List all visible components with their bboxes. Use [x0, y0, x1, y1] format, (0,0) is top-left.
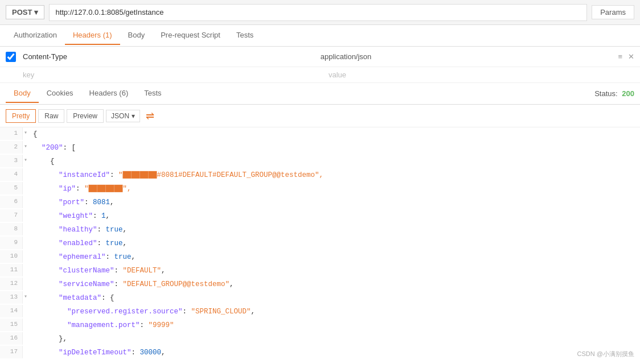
json-line: 6 "port": 8081, — [0, 196, 640, 209]
json-line: 9 "enabled": true, — [0, 237, 640, 250]
format-chevron-icon: ▾ — [132, 112, 135, 120]
json-line: 8 "healthy": true, — [0, 223, 640, 237]
line-number: 15 — [0, 318, 23, 331]
tab-prerequest[interactable]: Pre-request Script — [153, 26, 228, 45]
line-arrow[interactable]: ▾ — [23, 127, 31, 139]
format-select[interactable]: JSON ▾ — [106, 110, 140, 122]
line-content: "200": [ — [31, 141, 78, 155]
resp-tab-headers[interactable]: Headers (6) — [81, 84, 137, 103]
json-body: 1▾{2▾ "200": [3▾ {4 "instanceId": "█████… — [0, 127, 640, 359]
json-line: 7 "weight": 1, — [0, 209, 640, 223]
tab-tests[interactable]: Tests — [228, 26, 261, 45]
json-line: 3▾ { — [0, 155, 640, 168]
line-number: 6 — [0, 196, 23, 208]
wrap-icon[interactable]: ⇌ — [146, 110, 154, 122]
pretty-button[interactable]: Pretty — [6, 109, 36, 123]
json-line: 4 "instanceId": "████████#8081#DEFAULT#D… — [0, 168, 640, 182]
resp-tabs-left: Body Cookies Headers (6) Tests — [6, 84, 170, 103]
line-number: 3 — [0, 155, 23, 167]
view-controls: Pretty Raw Preview JSON ▾ ⇌ — [0, 105, 640, 127]
line-number: 14 — [0, 305, 23, 317]
params-button[interactable]: Params — [592, 5, 634, 19]
line-arrow — [23, 182, 31, 184]
line-content: "ipDeleteTimeout": 30000, — [31, 346, 168, 359]
resp-tab-body[interactable]: Body — [6, 84, 39, 103]
top-bar: POST ▾ Params — [0, 0, 640, 25]
header-ph-key: key — [6, 71, 329, 79]
json-line: 2▾ "200": [ — [0, 141, 640, 155]
line-arrow[interactable]: ▾ — [23, 291, 31, 303]
line-number: 11 — [0, 264, 23, 276]
line-content: "clusterName": "DEFAULT", — [31, 264, 168, 278]
json-line: 12 "serviceName": "DEFAULT_GROUP@@testde… — [0, 278, 640, 291]
resp-tab-cookies[interactable]: Cookies — [39, 84, 81, 103]
header-placeholder-row: key value — [0, 67, 640, 82]
header-row: Content-Type application/json ≡ ✕ — [0, 47, 640, 67]
line-content: "preserved.register.source": "SPRING_CLO… — [31, 305, 257, 318]
line-content: "port": 8081, — [31, 196, 117, 209]
line-number: 2 — [0, 141, 23, 154]
json-line: 13▾ "metadata": { — [0, 291, 640, 305]
line-number: 13 — [0, 291, 23, 304]
line-number: 4 — [0, 168, 23, 181]
raw-button[interactable]: Raw — [38, 109, 64, 123]
header-key: Content-Type — [23, 52, 321, 61]
line-arrow[interactable]: ▾ — [23, 141, 31, 152]
status-area: Status: 200 — [594, 89, 634, 98]
line-arrow — [23, 223, 31, 225]
line-content: "metadata": { — [31, 291, 117, 305]
line-arrow — [23, 305, 31, 307]
line-number: 17 — [0, 346, 23, 358]
line-number: 7 — [0, 209, 23, 222]
line-content: "weight": 1, — [31, 209, 112, 223]
tab-authorization[interactable]: Authorization — [6, 26, 65, 45]
header-checkbox[interactable] — [6, 52, 16, 62]
json-line: 10 "ephemeral": true, — [0, 250, 640, 264]
url-input[interactable] — [49, 4, 587, 21]
line-content: "instanceId": "████████#8081#DEFAULT#DEF… — [31, 168, 326, 182]
line-content: { — [31, 155, 57, 168]
line-content: }, — [31, 332, 69, 346]
line-arrow — [23, 264, 31, 266]
json-line: 15 "management.port": "9999" — [0, 318, 640, 332]
method-chevron-icon: ▾ — [34, 8, 38, 16]
line-content: "serviceName": "DEFAULT_GROUP@@testdemo"… — [31, 278, 236, 291]
line-number: 1 — [0, 127, 23, 140]
line-number: 9 — [0, 237, 23, 249]
json-line: 17 "ipDeleteTimeout": 30000, — [0, 346, 640, 359]
header-actions: ≡ ✕ — [618, 52, 634, 61]
json-line: 16 }, — [0, 332, 640, 346]
request-tabs: Authorization Headers (1) Body Pre-reque… — [0, 25, 640, 47]
line-arrow — [23, 332, 31, 334]
resp-tab-tests[interactable]: Tests — [136, 84, 169, 103]
format-label: JSON — [111, 112, 129, 120]
line-arrow[interactable]: ▾ — [23, 155, 31, 166]
line-arrow — [23, 278, 31, 280]
tab-body[interactable]: Body — [120, 26, 153, 45]
status-code: 200 — [622, 89, 634, 98]
response-tabs: Body Cookies Headers (6) Tests Status: 2… — [0, 83, 640, 105]
line-arrow — [23, 318, 31, 321]
line-arrow — [23, 346, 31, 348]
line-arrow — [23, 250, 31, 253]
line-number: 12 — [0, 278, 23, 290]
line-arrow — [23, 209, 31, 212]
method-button[interactable]: POST ▾ — [6, 5, 44, 19]
header-menu-icon[interactable]: ≡ — [618, 52, 622, 61]
headers-section: Content-Type application/json ≡ ✕ key va… — [0, 47, 640, 83]
watermark: CSDN @小满别摸鱼 — [577, 350, 634, 358]
header-close-icon[interactable]: ✕ — [628, 52, 634, 61]
line-content: "ip": "████████", — [31, 182, 134, 196]
line-content: "management.port": "9999" — [31, 318, 177, 332]
line-content: "ephemeral": true, — [31, 250, 138, 264]
status-label: Status: — [594, 89, 620, 98]
preview-button[interactable]: Preview — [67, 109, 104, 123]
method-label: POST — [12, 8, 32, 16]
line-arrow — [23, 196, 31, 198]
header-ph-value: value — [329, 71, 634, 79]
header-value: application/json — [321, 52, 618, 61]
tab-headers[interactable]: Headers (1) — [65, 26, 120, 45]
line-number: 8 — [0, 223, 23, 235]
line-number: 10 — [0, 250, 23, 263]
json-line: 5 "ip": "████████", — [0, 182, 640, 196]
